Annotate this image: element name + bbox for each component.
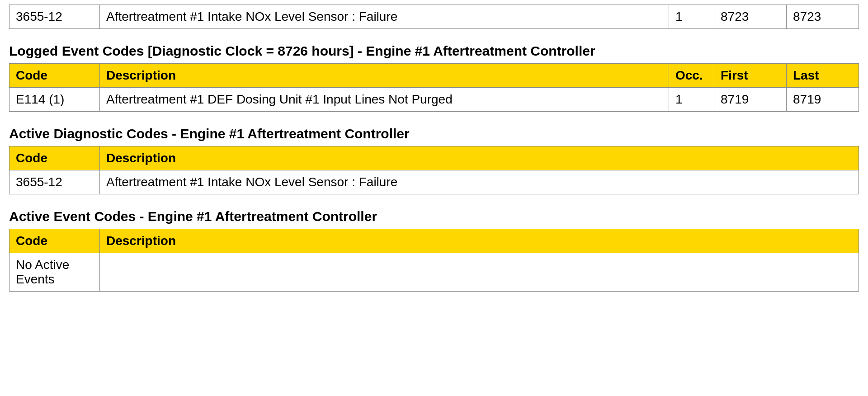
active-diagnostic-heading: Active Diagnostic Codes - Engine #1 Afte…: [9, 124, 859, 143]
page-container: 3655-12 Aftertreatment #1 Intake NOx Lev…: [0, 0, 868, 301]
top-first-cell: 8723: [714, 5, 787, 29]
row-first: 8719: [714, 88, 787, 112]
logged-col-description: Description: [100, 64, 669, 88]
logged-events-heading: Logged Event Codes [Diagnostic Clock = 8…: [9, 42, 859, 61]
active-event-col-description: Description: [100, 229, 859, 253]
logged-events-table: Code Description Occ. First Last E114 (1…: [9, 63, 859, 112]
top-last-cell: 8723: [787, 5, 859, 29]
active-event-col-code: Code: [9, 229, 100, 253]
row-description: [100, 253, 859, 292]
table-row: 3655-12 Aftertreatment #1 Intake NOx Lev…: [9, 170, 859, 194]
top-occ-cell: 1: [669, 5, 714, 29]
row-description: Aftertreatment #1 Intake NOx Level Senso…: [100, 170, 859, 194]
top-table: 3655-12 Aftertreatment #1 Intake NOx Lev…: [9, 5, 859, 29]
logged-col-last: Last: [787, 64, 859, 88]
logged-col-occ: Occ.: [669, 64, 714, 88]
logged-events-header-row: Code Description Occ. First Last: [9, 64, 859, 88]
table-row: 3655-12 Aftertreatment #1 Intake NOx Lev…: [9, 5, 859, 29]
row-occ: 1: [669, 88, 714, 112]
top-code-cell: 3655-12: [9, 5, 100, 29]
top-desc-cell: Aftertreatment #1 Intake NOx Level Senso…: [100, 5, 669, 29]
logged-col-code: Code: [9, 64, 100, 88]
active-event-table: Code Description No Active Events: [9, 229, 859, 292]
active-event-heading: Active Event Codes - Engine #1 Aftertrea…: [9, 207, 859, 226]
row-last: 8719: [787, 88, 859, 112]
active-diagnostic-table: Code Description 3655-12 Aftertreatment …: [9, 146, 859, 194]
active-diag-col-code: Code: [9, 146, 100, 170]
active-diag-col-description: Description: [100, 146, 859, 170]
active-diagnostic-header-row: Code Description: [9, 146, 859, 170]
logged-col-first: First: [714, 64, 787, 88]
row-code: No Active Events: [9, 253, 100, 292]
table-row: No Active Events: [9, 253, 859, 292]
row-description: Aftertreatment #1 DEF Dosing Unit #1 Inp…: [100, 88, 669, 112]
row-code: 3655-12: [9, 170, 100, 194]
table-row: E114 (1) Aftertreatment #1 DEF Dosing Un…: [9, 88, 859, 112]
active-event-header-row: Code Description: [9, 229, 859, 253]
row-code: E114 (1): [9, 88, 100, 112]
